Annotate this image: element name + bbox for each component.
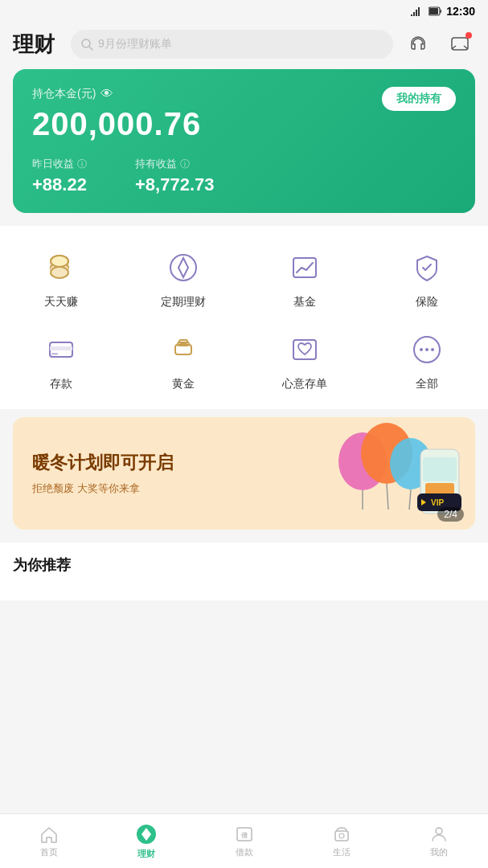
search-icon xyxy=(80,38,93,51)
status-time: 12:30 xyxy=(446,5,475,18)
category-dingqi[interactable]: 定期理财 xyxy=(122,239,244,321)
diamond-nav-icon xyxy=(135,823,158,845)
home-nav-icon xyxy=(39,825,59,844)
svg-line-8 xyxy=(89,47,92,50)
nav-shenghuo-label: 生活 xyxy=(333,846,351,858)
nav-shenghuo[interactable]: 生活 xyxy=(293,814,390,868)
more-icon xyxy=(406,329,448,371)
chart-icon xyxy=(284,247,326,289)
recommend-section: 为你推荐 xyxy=(0,542,488,600)
banner-indicator: 2/4 xyxy=(437,507,464,522)
svg-rect-17 xyxy=(293,258,316,277)
category-section: 天天赚 定期理财 基金 xyxy=(0,226,488,409)
coins-icon xyxy=(40,247,82,289)
my-holdings-button[interactable]: 我的持有 xyxy=(382,87,456,111)
total-value: +8,772.73 xyxy=(135,174,214,195)
category-huangjin[interactable]: 黄金 xyxy=(122,321,244,403)
message-button[interactable] xyxy=(445,29,475,59)
cunkuan-label: 存款 xyxy=(50,377,72,391)
status-icons xyxy=(411,6,441,16)
borrow-nav-icon: 借 xyxy=(235,825,254,844)
status-bar: 12:30 xyxy=(0,0,488,23)
headset-icon xyxy=(408,34,429,55)
app-header: 理财 9月份理财账单 xyxy=(0,23,488,69)
svg-rect-19 xyxy=(50,346,72,350)
search-placeholder: 9月份理财账单 xyxy=(98,37,172,51)
svg-marker-2 xyxy=(416,10,417,16)
heart-box-icon xyxy=(284,329,326,371)
category-baoxian[interactable]: 保险 xyxy=(366,239,488,321)
shield-icon xyxy=(406,247,448,289)
svg-marker-3 xyxy=(418,7,420,16)
nav-wode[interactable]: 我的 xyxy=(391,814,488,868)
category-xinyicundan[interactable]: 心意存单 xyxy=(244,321,367,403)
battery-icon xyxy=(429,6,441,16)
svg-rect-24 xyxy=(293,340,316,359)
nav-licai[interactable]: 理财 xyxy=(97,814,195,868)
svg-point-46 xyxy=(436,828,442,834)
category-cunkuan[interactable]: 存款 xyxy=(0,321,122,403)
category-quanbu[interactable]: 全部 xyxy=(366,321,488,403)
tianlian-label: 天天赚 xyxy=(44,295,78,309)
category-tianlian[interactable]: 天天赚 xyxy=(0,239,122,321)
jijin-label: 基金 xyxy=(293,295,316,309)
svg-rect-9 xyxy=(452,38,468,50)
yesterday-info-icon[interactable]: ⓘ xyxy=(77,158,87,171)
svg-line-32 xyxy=(387,484,388,510)
svg-marker-1 xyxy=(413,12,415,16)
gold-icon xyxy=(162,329,204,371)
svg-point-15 xyxy=(51,256,68,267)
circle-diamond-icon xyxy=(162,247,204,289)
headset-button[interactable] xyxy=(403,29,433,59)
svg-point-26 xyxy=(420,348,423,351)
user-nav-icon xyxy=(429,825,449,844)
nav-licai-label: 理财 xyxy=(137,848,155,860)
total-earnings: 持有收益 ⓘ +8,772.73 xyxy=(135,157,214,195)
svg-marker-0 xyxy=(411,14,412,16)
signal-icon xyxy=(411,6,425,16)
svg-rect-44 xyxy=(335,831,348,841)
svg-point-14 xyxy=(51,267,68,278)
message-badge xyxy=(465,32,472,39)
banner-subtitle: 拒绝颓废 大奖等你来拿 xyxy=(32,481,174,496)
huangjin-label: 黄金 xyxy=(172,377,195,391)
svg-point-28 xyxy=(431,348,434,351)
dingqi-label: 定期理财 xyxy=(161,295,206,309)
nav-home-label: 首页 xyxy=(40,846,58,858)
nav-wode-label: 我的 xyxy=(430,846,448,858)
banner-title: 暖冬计划即可开启 xyxy=(32,451,174,475)
svg-rect-6 xyxy=(429,8,438,14)
quanbu-label: 全部 xyxy=(416,377,438,391)
nav-home[interactable]: 首页 xyxy=(0,814,97,868)
nav-jiekuan[interactable]: 借 借款 xyxy=(195,814,293,868)
balance-card: 持仓本金(元) 👁 200,000.76 我的持有 昨日收益 ⓘ +88.22 … xyxy=(13,69,475,213)
category-grid: 天天赚 定期理财 基金 xyxy=(0,239,488,403)
life-nav-icon xyxy=(332,825,351,844)
svg-point-45 xyxy=(339,833,344,838)
total-info-icon[interactable]: ⓘ xyxy=(180,158,190,171)
category-jijin[interactable]: 基金 xyxy=(244,239,367,321)
xinyicundan-label: 心意存单 xyxy=(282,377,327,391)
nav-jiekuan-label: 借款 xyxy=(236,846,253,858)
banner-text: 暖冬计划即可开启 拒绝颓废 大奖等你来拿 xyxy=(13,435,193,512)
recommend-title: 为你推荐 xyxy=(13,555,475,575)
page-title: 理财 xyxy=(13,31,61,59)
card-icon xyxy=(40,329,82,371)
header-action-icons xyxy=(403,29,475,59)
yesterday-value: +88.22 xyxy=(32,174,87,195)
svg-line-34 xyxy=(409,489,411,510)
banner[interactable]: 暖冬计划即可开启 拒绝颓废 大奖等你来拿 VIP 2/4 xyxy=(13,417,475,530)
balance-stats-row: 昨日收益 ⓘ +88.22 持有收益 ⓘ +8,772.73 xyxy=(32,157,456,195)
svg-text:VIP: VIP xyxy=(431,498,444,507)
baoxian-label: 保险 xyxy=(416,295,438,309)
yesterday-earnings: 昨日收益 ⓘ +88.22 xyxy=(32,157,87,195)
svg-rect-36 xyxy=(423,457,457,481)
svg-point-27 xyxy=(425,348,429,351)
svg-rect-5 xyxy=(441,10,442,13)
eye-icon[interactable]: 👁 xyxy=(100,87,113,101)
balance-amount: 200,000.76 xyxy=(32,106,456,142)
svg-text:借: 借 xyxy=(240,832,248,839)
search-bar[interactable]: 9月份理财账单 xyxy=(71,30,393,59)
bottom-navigation: 首页 理财 借 借款 生活 我的 xyxy=(0,813,488,868)
svg-rect-20 xyxy=(51,353,58,355)
